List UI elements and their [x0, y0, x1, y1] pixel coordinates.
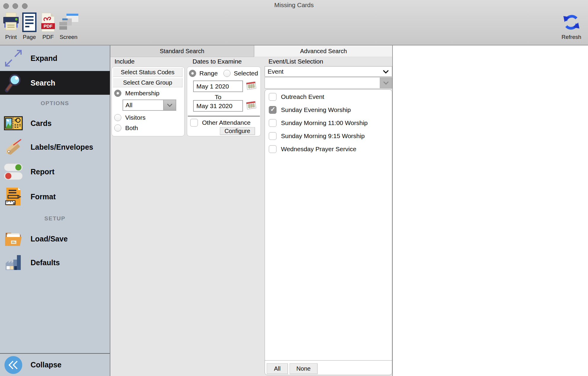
tab-standard-search[interactable]: Standard Search — [110, 45, 254, 57]
screen-button[interactable]: Screen — [58, 11, 80, 40]
page-setup-icon — [21, 11, 38, 33]
sidebar-item-label: Expand — [31, 54, 57, 63]
svg-text:PDF: PDF — [44, 23, 53, 29]
sidebar-section-options: OPTIONS — [0, 95, 110, 112]
pdf-button[interactable]: PDF PDF — [39, 11, 57, 40]
event-checkbox[interactable] — [269, 106, 276, 114]
sidebar-item-label: Search — [31, 79, 55, 87]
window-title: Missing Cards — [0, 1, 588, 9]
event-list-selection-header: Event/List Selection — [268, 58, 323, 65]
page-setup-button[interactable]: Page — [21, 11, 38, 40]
sidebar-item-label: Collapse — [31, 361, 61, 369]
tab-advanced-search[interactable]: Advanced Search — [255, 45, 392, 57]
sidebar-item-defaults[interactable]: Defaults — [0, 249, 110, 276]
calendar-icon[interactable] — [246, 81, 257, 91]
sidebar-spacer — [0, 276, 110, 353]
event-list-item[interactable]: Sunday Evening Worship — [269, 103, 391, 116]
sidebar-item-expand[interactable]: Expand — [0, 45, 110, 71]
tab-label: Standard Search — [160, 48, 204, 55]
button-label: Configure — [225, 128, 250, 135]
date-to-value: May 31 2020 — [196, 102, 232, 110]
selected-label: Selected — [234, 70, 258, 77]
select-all-button[interactable]: All — [267, 363, 288, 374]
sidebar-item-search[interactable]: Search — [0, 71, 110, 95]
titlebar-toolbar: Missing Cards Print — [0, 0, 588, 45]
event-list-item[interactable]: Sunday Morning 11:00 Worship — [269, 116, 391, 129]
visitors-radio[interactable] — [114, 114, 121, 121]
print-label: Print — [2, 34, 20, 40]
event-filter-value — [265, 77, 380, 89]
event-filter-combobox[interactable] — [265, 77, 392, 89]
event-list-item[interactable]: Sunday Morning 9:15 Worship — [269, 129, 391, 143]
calendar-icon[interactable] — [246, 101, 257, 111]
select-care-group-button[interactable]: Select Care Group — [113, 78, 182, 87]
event-label: Sunday Evening Worship — [281, 106, 351, 113]
sidebar-item-collapse[interactable]: Collapse — [0, 353, 110, 376]
sidebar-item-labels-envelopes[interactable]: Labels/Envelopes — [0, 135, 110, 159]
date-to-input[interactable]: May 31 2020 — [193, 100, 243, 112]
sidebar-item-label: Load/Save — [31, 235, 68, 243]
membership-radio[interactable] — [114, 90, 121, 97]
cards-icon — [4, 114, 23, 133]
event-checkbox[interactable] — [269, 145, 276, 153]
pdf-icon: PDF — [39, 11, 57, 33]
divider — [188, 116, 260, 116]
include-panel: Select Status Codes Select Care Group Me… — [112, 67, 185, 136]
sidebar-item-cards[interactable]: Cards — [0, 112, 110, 135]
chevron-down-icon — [380, 77, 392, 89]
other-attendance-checkbox[interactable] — [190, 119, 198, 127]
sidebar-item-label: Cards — [31, 119, 52, 128]
label-tag-icon — [4, 138, 23, 157]
event-label: Sunday Morning 11:00 Worship — [281, 119, 368, 127]
date-from-value: May 1 2020 — [196, 83, 229, 90]
print-button[interactable]: Print — [2, 11, 20, 40]
event-list-item[interactable]: Outreach Event — [269, 90, 391, 103]
sidebar-item-report[interactable]: Report — [0, 159, 110, 184]
sidebar: Expand Search OPTIONS — [0, 45, 110, 376]
select-status-codes-button[interactable]: Select Status Codes — [113, 68, 182, 77]
folder-icon — [4, 229, 23, 248]
tab-label: Advanced Search — [300, 48, 347, 55]
sidebar-item-label: Format — [31, 192, 56, 201]
to-label: To — [193, 94, 243, 101]
select-none-button[interactable]: None — [290, 363, 317, 374]
membership-type-select[interactable]: All — [123, 99, 176, 111]
pdf-label: PDF — [39, 34, 57, 40]
membership-type-value: All — [123, 102, 163, 109]
both-label: Both — [125, 124, 138, 132]
both-radio[interactable] — [114, 124, 121, 132]
printer-icon — [2, 11, 20, 33]
event-type-dropdown[interactable]: Event — [265, 66, 392, 77]
date-from-input[interactable]: May 1 2020 — [193, 80, 243, 92]
membership-label: Membership — [125, 90, 160, 97]
page-label: Page — [21, 34, 38, 40]
toggles-icon — [4, 162, 23, 181]
range-radio[interactable] — [189, 70, 196, 77]
button-label: Select Status Codes — [121, 69, 174, 76]
chevron-down-icon — [383, 68, 389, 75]
configure-button[interactable]: Configure — [220, 127, 255, 135]
refresh-button[interactable]: Refresh — [557, 11, 586, 40]
button-label: Select Care Group — [123, 79, 172, 86]
include-header: Include — [115, 58, 135, 65]
search-form-area: Standard Search Advanced Search Include … — [110, 45, 392, 376]
sidebar-item-load-save[interactable]: Load/Save — [0, 228, 110, 249]
event-checkbox[interactable] — [269, 93, 276, 101]
event-type-value: Event — [265, 68, 383, 75]
sidebar-item-label: Report — [31, 168, 55, 176]
event-checkbox[interactable] — [269, 132, 276, 140]
chevron-down-icon — [163, 100, 176, 110]
expand-icon — [4, 49, 23, 68]
sidebar-item-format[interactable]: Format — [0, 184, 110, 209]
results-pane — [392, 45, 588, 376]
event-list-item[interactable]: Wednesday Prayer Service — [269, 143, 391, 156]
selected-radio[interactable] — [223, 70, 231, 77]
screen-label: Screen — [58, 34, 80, 40]
event-checkbox-list: Outreach Event Sunday Evening Worship Su… — [265, 90, 392, 361]
event-list-panel: Outreach Event Sunday Evening Worship Su… — [265, 89, 392, 375]
event-checkbox[interactable] — [269, 119, 276, 127]
visitors-label: Visitors — [125, 114, 145, 121]
search-icon — [4, 73, 23, 92]
sidebar-item-label: Labels/Envelopes — [31, 143, 93, 151]
button-label: None — [296, 365, 311, 372]
